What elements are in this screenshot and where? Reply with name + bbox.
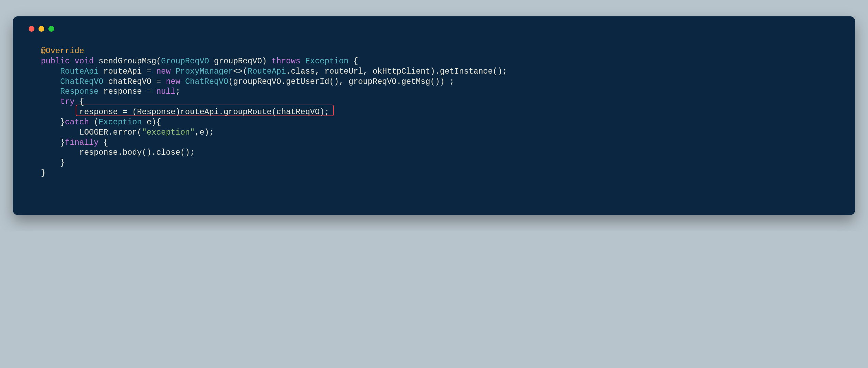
- kw-public: public: [41, 57, 70, 66]
- arg: RouteApi: [248, 67, 286, 76]
- eq: =: [123, 107, 127, 117]
- ctor: ProxyManager: [176, 67, 233, 76]
- call: .error(: [108, 128, 142, 137]
- brace: {: [156, 118, 161, 127]
- tail: .getInstance();: [435, 67, 507, 76]
- eq: =: [147, 87, 151, 96]
- brace: }: [60, 138, 65, 147]
- var: response: [103, 87, 142, 96]
- type: ChatReqVO: [60, 77, 103, 86]
- stmt: response.body().close();: [79, 148, 195, 157]
- paren: ): [440, 77, 445, 86]
- string-literal: "exception": [142, 128, 195, 137]
- catch-var: e: [147, 118, 151, 127]
- close-icon[interactable]: [29, 26, 34, 32]
- paren: (: [156, 57, 161, 66]
- arg: .getUserId(): [281, 77, 339, 86]
- exception-type: Exception: [305, 57, 349, 66]
- tail: ;: [445, 77, 454, 86]
- logger: LOGGER: [79, 128, 108, 137]
- paren: ): [262, 57, 267, 66]
- eq: =: [156, 77, 161, 86]
- brace: {: [353, 57, 358, 66]
- cast: (Response): [132, 107, 180, 117]
- paren: (: [243, 67, 247, 76]
- ctor: ChatReqVO: [185, 77, 228, 86]
- class-suffix: .class: [286, 67, 315, 76]
- kw-new: new: [166, 77, 180, 86]
- zoom-icon[interactable]: [48, 26, 54, 32]
- lhs: response: [79, 107, 118, 117]
- kw-try: try: [60, 97, 74, 106]
- angle: <>: [233, 67, 243, 76]
- eq: =: [147, 67, 151, 76]
- var: chatReqVO: [108, 77, 151, 86]
- minimize-icon[interactable]: [39, 26, 44, 32]
- brace: }: [60, 118, 65, 127]
- arg: okHttpClient: [372, 67, 430, 76]
- paren: ): [151, 118, 156, 127]
- paren: (: [228, 77, 233, 86]
- annotation: @Override: [41, 46, 84, 56]
- brace: }: [60, 158, 65, 167]
- kw-throws: throws: [272, 57, 301, 66]
- param-name: groupReqVO: [214, 57, 262, 66]
- paren: (: [94, 118, 98, 127]
- null-literal: null: [156, 87, 176, 96]
- arg: .getMsg(): [397, 77, 440, 86]
- brace: {: [103, 138, 108, 147]
- method-name: sendGroupMsg: [98, 57, 156, 66]
- type: RouteApi: [60, 67, 98, 76]
- arg: groupReqVO: [349, 77, 397, 86]
- arg: routeUrl: [324, 67, 363, 76]
- code-block: @Override public void sendGroupMsg(Group…: [41, 46, 844, 199]
- type: Response: [60, 87, 98, 96]
- var: routeApi: [103, 67, 142, 76]
- call: routeApi.groupRoute(chatReqVO);: [180, 107, 329, 117]
- paren: ): [430, 67, 435, 76]
- kw-finally: finally: [65, 138, 99, 147]
- brace: {: [79, 97, 84, 106]
- kw-void: void: [75, 57, 94, 66]
- kw-new: new: [156, 67, 171, 76]
- window-controls: [24, 24, 844, 32]
- brace: }: [41, 168, 46, 178]
- param-type: GroupReqVO: [161, 57, 209, 66]
- rest: ,e);: [195, 128, 214, 137]
- code-window: @Override public void sendGroupMsg(Group…: [13, 16, 855, 215]
- semi: ;: [176, 87, 180, 96]
- arg: groupReqVO: [233, 77, 281, 86]
- kw-catch: catch: [65, 118, 89, 127]
- catch-type: Exception: [98, 118, 142, 127]
